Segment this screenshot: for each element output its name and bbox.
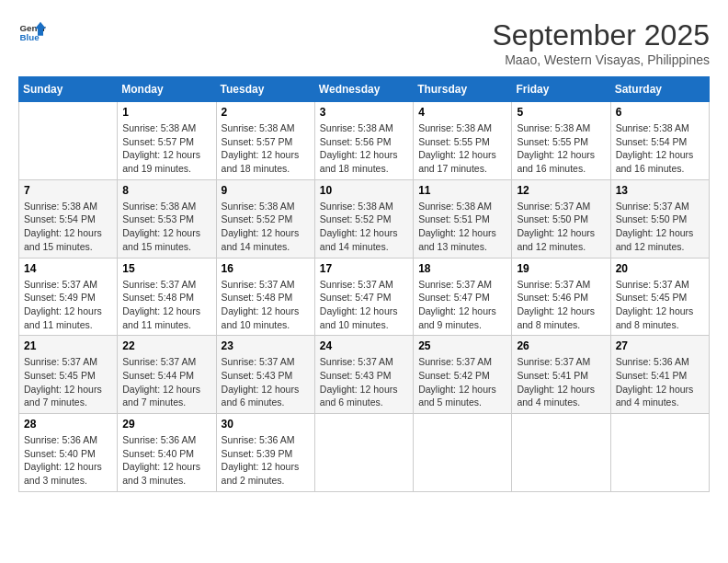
day-info: Sunrise: 5:37 AMSunset: 5:44 PMDaylight:… — [122, 355, 210, 409]
calendar-cell: 1Sunrise: 5:38 AMSunset: 5:57 PMDaylight… — [118, 102, 216, 180]
day-info: Sunrise: 5:38 AMSunset: 5:53 PMDaylight:… — [122, 200, 210, 254]
day-info: Sunrise: 5:37 AMSunset: 5:49 PMDaylight:… — [24, 278, 112, 332]
day-info: Sunrise: 5:37 AMSunset: 5:41 PMDaylight:… — [517, 355, 605, 409]
day-number: 23 — [222, 339, 310, 352]
logo: General Blue — [18, 18, 46, 46]
day-info: Sunrise: 5:37 AMSunset: 5:43 PMDaylight:… — [320, 355, 408, 409]
day-number: 11 — [418, 184, 506, 197]
day-info: Sunrise: 5:38 AMSunset: 5:57 PMDaylight:… — [122, 121, 210, 176]
calendar-cell: 10Sunrise: 5:38 AMSunset: 5:52 PMDayligh… — [314, 179, 413, 258]
calendar-cell: 30Sunrise: 5:36 AMSunset: 5:39 PMDayligh… — [216, 414, 314, 492]
day-header-wednesday: Wednesday — [314, 77, 413, 102]
calendar-table: SundayMondayTuesdayWednesdayThursdayFrid… — [18, 76, 710, 492]
day-number: 14 — [24, 262, 112, 275]
day-number: 7 — [24, 184, 112, 197]
day-number: 12 — [517, 184, 605, 197]
day-header-saturday: Saturday — [610, 77, 709, 102]
title-block: September 2025 Maao, Western Visayas, Ph… — [492, 18, 710, 67]
day-header-tuesday: Tuesday — [216, 77, 314, 102]
day-number: 18 — [418, 262, 506, 275]
day-number: 13 — [616, 184, 704, 197]
calendar-cell: 24Sunrise: 5:37 AMSunset: 5:43 PMDayligh… — [314, 336, 413, 414]
calendar-header: SundayMondayTuesdayWednesdayThursdayFrid… — [19, 77, 710, 102]
day-info: Sunrise: 5:38 AMSunset: 5:56 PMDaylight:… — [320, 121, 408, 176]
calendar-cell: 2Sunrise: 5:38 AMSunset: 5:57 PMDaylight… — [216, 102, 314, 180]
day-number: 1 — [122, 106, 210, 119]
day-info: Sunrise: 5:36 AMSunset: 5:39 PMDaylight:… — [222, 433, 310, 488]
day-info: Sunrise: 5:36 AMSunset: 5:41 PMDaylight:… — [616, 355, 704, 409]
calendar-cell: 14Sunrise: 5:37 AMSunset: 5:49 PMDayligh… — [19, 258, 118, 336]
day-number: 27 — [616, 339, 704, 352]
calendar-cell: 26Sunrise: 5:37 AMSunset: 5:41 PMDayligh… — [512, 336, 610, 414]
calendar-cell: 4Sunrise: 5:38 AMSunset: 5:55 PMDaylight… — [414, 102, 512, 180]
calendar-week-5: 28Sunrise: 5:36 AMSunset: 5:40 PMDayligh… — [19, 414, 710, 492]
day-info: Sunrise: 5:36 AMSunset: 5:40 PMDaylight:… — [122, 433, 210, 488]
day-number: 24 — [320, 339, 408, 352]
day-number: 30 — [222, 418, 310, 431]
logo-icon: General Blue — [18, 18, 46, 46]
calendar-cell: 18Sunrise: 5:37 AMSunset: 5:47 PMDayligh… — [414, 258, 512, 336]
day-info: Sunrise: 5:38 AMSunset: 5:52 PMDaylight:… — [320, 200, 408, 254]
day-info: Sunrise: 5:37 AMSunset: 5:45 PMDaylight:… — [616, 278, 704, 332]
calendar-week-1: 1Sunrise: 5:38 AMSunset: 5:57 PMDaylight… — [19, 102, 710, 180]
calendar-cell: 8Sunrise: 5:38 AMSunset: 5:53 PMDaylight… — [118, 179, 216, 258]
day-info: Sunrise: 5:37 AMSunset: 5:45 PMDaylight:… — [24, 355, 112, 409]
calendar-cell — [512, 414, 610, 492]
month-title: September 2025 — [492, 18, 710, 52]
day-number: 17 — [320, 262, 408, 275]
day-number: 21 — [24, 339, 112, 352]
calendar-cell — [19, 102, 118, 180]
day-number: 25 — [418, 339, 506, 352]
calendar-cell: 11Sunrise: 5:38 AMSunset: 5:51 PMDayligh… — [414, 179, 512, 258]
page-header: General Blue September 2025 Maao, Wester… — [18, 18, 710, 67]
day-info: Sunrise: 5:37 AMSunset: 5:47 PMDaylight:… — [418, 278, 506, 332]
calendar-cell: 20Sunrise: 5:37 AMSunset: 5:45 PMDayligh… — [610, 258, 709, 336]
day-info: Sunrise: 5:37 AMSunset: 5:43 PMDaylight:… — [222, 355, 310, 409]
calendar-cell: 28Sunrise: 5:36 AMSunset: 5:40 PMDayligh… — [19, 414, 118, 492]
calendar-cell: 29Sunrise: 5:36 AMSunset: 5:40 PMDayligh… — [118, 414, 216, 492]
day-info: Sunrise: 5:38 AMSunset: 5:55 PMDaylight:… — [418, 121, 506, 176]
day-number: 29 — [122, 418, 210, 431]
day-header-sunday: Sunday — [19, 77, 118, 102]
calendar-cell: 3Sunrise: 5:38 AMSunset: 5:56 PMDaylight… — [314, 102, 413, 180]
day-header-friday: Friday — [512, 77, 610, 102]
calendar-cell: 21Sunrise: 5:37 AMSunset: 5:45 PMDayligh… — [19, 336, 118, 414]
day-number: 8 — [122, 184, 210, 197]
day-info: Sunrise: 5:38 AMSunset: 5:54 PMDaylight:… — [24, 200, 112, 254]
calendar-week-4: 21Sunrise: 5:37 AMSunset: 5:45 PMDayligh… — [19, 336, 710, 414]
day-number: 9 — [222, 184, 310, 197]
calendar-cell: 7Sunrise: 5:38 AMSunset: 5:54 PMDaylight… — [19, 179, 118, 258]
day-number: 26 — [517, 339, 605, 352]
day-number: 2 — [222, 106, 310, 119]
day-info: Sunrise: 5:38 AMSunset: 5:57 PMDaylight:… — [222, 121, 310, 176]
day-info: Sunrise: 5:37 AMSunset: 5:48 PMDaylight:… — [122, 278, 210, 332]
day-info: Sunrise: 5:37 AMSunset: 5:50 PMDaylight:… — [517, 200, 605, 254]
calendar-cell: 13Sunrise: 5:37 AMSunset: 5:50 PMDayligh… — [610, 179, 709, 258]
day-number: 5 — [517, 106, 605, 119]
calendar-cell: 17Sunrise: 5:37 AMSunset: 5:47 PMDayligh… — [314, 258, 413, 336]
day-info: Sunrise: 5:38 AMSunset: 5:55 PMDaylight:… — [517, 121, 605, 176]
day-info: Sunrise: 5:36 AMSunset: 5:40 PMDaylight:… — [24, 433, 112, 488]
day-number: 15 — [122, 262, 210, 275]
day-info: Sunrise: 5:37 AMSunset: 5:46 PMDaylight:… — [517, 278, 605, 332]
day-info: Sunrise: 5:37 AMSunset: 5:42 PMDaylight:… — [418, 355, 506, 409]
day-info: Sunrise: 5:37 AMSunset: 5:50 PMDaylight:… — [616, 200, 704, 254]
calendar-cell: 6Sunrise: 5:38 AMSunset: 5:54 PMDaylight… — [610, 102, 709, 180]
location-title: Maao, Western Visayas, Philippines — [492, 52, 710, 67]
day-info: Sunrise: 5:37 AMSunset: 5:48 PMDaylight:… — [222, 278, 310, 332]
day-number: 10 — [320, 184, 408, 197]
calendar-week-3: 14Sunrise: 5:37 AMSunset: 5:49 PMDayligh… — [19, 258, 710, 336]
day-number: 16 — [222, 262, 310, 275]
calendar-cell — [414, 414, 512, 492]
day-number: 3 — [320, 106, 408, 119]
day-number: 19 — [517, 262, 605, 275]
day-number: 28 — [24, 418, 112, 431]
calendar-cell: 16Sunrise: 5:37 AMSunset: 5:48 PMDayligh… — [216, 258, 314, 336]
day-number: 22 — [122, 339, 210, 352]
calendar-cell: 27Sunrise: 5:36 AMSunset: 5:41 PMDayligh… — [610, 336, 709, 414]
calendar-cell: 12Sunrise: 5:37 AMSunset: 5:50 PMDayligh… — [512, 179, 610, 258]
day-info: Sunrise: 5:37 AMSunset: 5:47 PMDaylight:… — [320, 278, 408, 332]
calendar-cell — [314, 414, 413, 492]
day-number: 4 — [418, 106, 506, 119]
day-info: Sunrise: 5:38 AMSunset: 5:52 PMDaylight:… — [222, 200, 310, 254]
